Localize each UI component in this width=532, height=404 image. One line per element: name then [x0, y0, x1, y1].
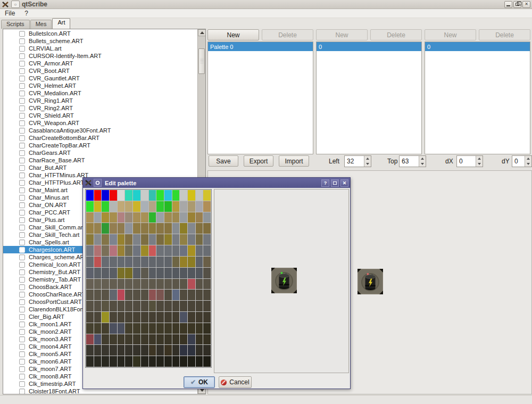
palette-cell[interactable]	[125, 190, 132, 201]
file-checkbox[interactable]	[19, 344, 25, 350]
palette-cell[interactable]	[196, 234, 203, 245]
file-list-item[interactable]: CVR_Shield.ART	[3, 112, 197, 119]
palette-cell[interactable]	[133, 279, 140, 290]
top-value[interactable]: 63	[400, 156, 419, 167]
file-list-item[interactable]: CharGears.ART	[3, 149, 197, 156]
dialog-menu-icon[interactable]	[94, 179, 102, 187]
file-checkbox[interactable]	[19, 195, 25, 201]
file-checkbox[interactable]	[19, 336, 25, 342]
save-button[interactable]: Save	[209, 155, 238, 167]
palette-list[interactable]: Palette 0	[207, 42, 313, 154]
file-checkbox[interactable]	[19, 105, 25, 111]
palette-cell[interactable]	[180, 223, 187, 234]
palette-cell[interactable]	[102, 234, 109, 245]
file-checkbox[interactable]	[19, 381, 25, 387]
palette-cell[interactable]	[172, 201, 180, 212]
palette-cell[interactable]	[94, 212, 102, 223]
palette-cell[interactable]	[133, 356, 140, 367]
file-checkbox[interactable]	[19, 389, 25, 394]
file-checkbox[interactable]	[19, 150, 25, 156]
palette-cell[interactable]	[86, 257, 94, 267]
file-list-item[interactable]: CharCreateBottomBar.ART	[3, 134, 197, 142]
file-checkbox[interactable]	[19, 262, 25, 268]
palette-cell[interactable]	[102, 323, 109, 334]
file-checkbox[interactable]	[19, 128, 25, 134]
palette-cell[interactable]	[188, 279, 195, 290]
palette-cell[interactable]	[156, 290, 164, 300]
palette-cell[interactable]	[125, 301, 132, 311]
restore-button[interactable]	[513, 1, 521, 8]
palette-cell[interactable]	[133, 268, 140, 278]
palette-cell[interactable]	[156, 234, 164, 245]
selected-item[interactable]: 0	[425, 42, 530, 51]
palette-cell[interactable]	[180, 190, 187, 201]
cancel-button[interactable]: Cancel	[219, 376, 252, 388]
file-checkbox[interactable]	[19, 68, 25, 74]
file-checkbox[interactable]	[19, 135, 25, 141]
palette-cell[interactable]	[141, 245, 148, 256]
palette-cell[interactable]	[172, 301, 180, 311]
palette-cell[interactable]	[141, 290, 148, 300]
palette-cell[interactable]	[125, 312, 132, 323]
palette-cell[interactable]	[203, 334, 211, 345]
file-list-item[interactable]: CharRace_Base.ART	[3, 156, 197, 164]
palette-cell[interactable]	[180, 323, 187, 334]
palette-cell[interactable]	[149, 268, 156, 278]
palette-cell[interactable]	[110, 279, 117, 290]
palette-cell[interactable]	[94, 323, 102, 334]
palette-cell[interactable]	[94, 268, 102, 278]
palette-cell[interactable]	[164, 190, 172, 201]
palette-cell[interactable]	[94, 201, 102, 212]
palette-cell[interactable]	[149, 356, 156, 367]
palette-cell[interactable]	[102, 356, 109, 367]
palette-cell[interactable]	[196, 257, 203, 267]
file-checkbox[interactable]	[19, 329, 25, 335]
import-button[interactable]: Import	[279, 155, 309, 167]
palette-cell[interactable]	[188, 312, 195, 323]
palette-cell[interactable]	[149, 301, 156, 311]
spinner-arrows[interactable]	[364, 156, 371, 167]
palette-cell[interactable]	[102, 245, 109, 256]
palette-cell[interactable]	[203, 323, 211, 334]
palette-cell[interactable]	[156, 212, 164, 223]
palette-cell[interactable]	[102, 268, 109, 278]
palette-cell[interactable]	[118, 312, 125, 323]
palette-cell[interactable]	[156, 223, 164, 234]
palette-cell[interactable]	[172, 356, 180, 367]
palette-cell[interactable]	[203, 201, 211, 212]
palette-cell[interactable]	[180, 245, 187, 256]
palette-cell[interactable]	[118, 212, 125, 223]
palette-cell[interactable]	[156, 345, 164, 356]
file-checkbox[interactable]	[19, 299, 25, 305]
file-list-item[interactable]: CLRVIAL.art	[3, 45, 197, 52]
delete-button[interactable]: Delete	[479, 29, 530, 40]
palette-cell[interactable]	[149, 290, 156, 300]
palette-cell[interactable]	[86, 323, 94, 334]
palette-cell[interactable]	[203, 345, 211, 356]
palette-cell[interactable]	[196, 356, 203, 367]
palette-cell[interactable]	[149, 279, 156, 290]
palette-cell[interactable]	[110, 245, 117, 256]
palette-cell[interactable]	[203, 257, 211, 267]
palette-cell[interactable]	[94, 257, 102, 267]
palette-cell[interactable]	[86, 356, 94, 367]
dialog-titlebar[interactable]: Edit palette ? ✕	[83, 178, 350, 188]
palette-cell[interactable]	[94, 223, 102, 234]
palette-cell[interactable]	[156, 301, 164, 311]
palette-cell[interactable]	[86, 212, 94, 223]
palette-cell[interactable]	[172, 212, 180, 223]
ok-button[interactable]: ✔ OK	[184, 376, 215, 388]
palette-cell[interactable]	[125, 257, 132, 267]
palette-cell[interactable]	[196, 223, 203, 234]
palette-cell[interactable]	[86, 334, 94, 345]
palette-cell[interactable]	[196, 334, 203, 345]
palette-cell[interactable]	[203, 312, 211, 323]
palette-cell[interactable]	[188, 268, 195, 278]
palette-cell[interactable]	[164, 334, 172, 345]
palette-cell[interactable]	[164, 212, 172, 223]
palette-cell[interactable]	[86, 345, 94, 356]
palette-cell[interactable]	[180, 356, 187, 367]
file-list-item[interactable]: CVR_Armor.ART	[3, 60, 197, 67]
palette-cell[interactable]	[110, 345, 117, 356]
palette-cell[interactable]	[196, 212, 203, 223]
